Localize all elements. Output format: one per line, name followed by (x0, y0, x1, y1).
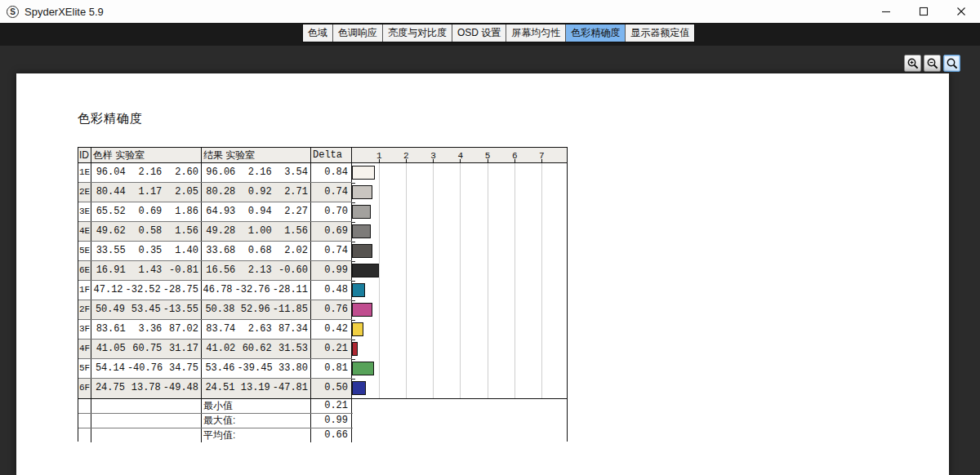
maximize-button[interactable] (905, 0, 942, 23)
delta-e-value: 0.76 (311, 300, 352, 319)
row-id: 1E (78, 163, 91, 182)
summary-empty-id (78, 399, 91, 413)
delta-e-bar (352, 185, 372, 199)
table-rows: 1E 96.042.162.60 96.062.163.54 0.84 2E 8… (78, 163, 352, 398)
row-id: 4F (78, 340, 91, 358)
zoom-in-button[interactable] (904, 55, 921, 72)
chart-gridline (379, 163, 380, 398)
tab-gamut[interactable]: 色域 (303, 24, 332, 42)
sample-lab-values: 83.613.3687.02 (91, 320, 202, 339)
axis-tick-mark (379, 159, 380, 162)
delta-e-bar (352, 322, 363, 336)
row-id: 2E (78, 183, 91, 202)
sample-lab-values: 24.7513.78-49.48 (91, 379, 202, 398)
report-page: 色彩精确度 ID 色样 实验室 结果 实验室 Delta E 1234567 1… (16, 73, 949, 475)
delta-e-value: 0.21 (311, 340, 352, 358)
delta-e-value: 0.70 (311, 202, 352, 221)
summary-value: 0.66 (311, 428, 352, 442)
summary-empty-sample (91, 414, 202, 428)
result-lab-values: 83.742.6387.34 (202, 320, 311, 339)
result-lab-values: 53.46-39.4533.80 (202, 359, 311, 378)
row-id: 1F (78, 281, 91, 300)
sample-lab-values: 96.042.162.60 (91, 163, 202, 182)
result-lab-values: 80.280.922.71 (202, 183, 311, 202)
table-row: 5F 54.14-40.7634.75 53.46-39.4533.80 0.8… (78, 359, 352, 379)
row-id: 2F (78, 300, 91, 319)
sample-lab-values: 50.4953.45-13.55 (91, 300, 202, 319)
delta-e-value: 0.74 (311, 242, 352, 260)
tab-screen-uniformity[interactable]: 屏幕均匀性 (506, 24, 565, 42)
app-window: S SpyderXElite 5.9 色域色 (0, 0, 980, 475)
delta-e-bar (352, 224, 371, 238)
sample-lab-values: 47.12-32.52-28.75 (91, 281, 202, 300)
sample-lab-values: 54.14-40.7634.75 (91, 359, 202, 378)
table-row: 6E 16.911.43-0.81 16.562.13-0.60 0.99 (78, 261, 352, 281)
result-lab-values: 49.281.001.56 (202, 222, 311, 241)
result-lab-values: 64.930.942.27 (202, 202, 311, 221)
row-divider-stub (352, 222, 355, 223)
table-row: 1F 47.12-32.52-28.75 46.78-32.76-28.11 0… (78, 281, 352, 300)
table-header-row: ID 色样 实验室 结果 实验室 Delta E 1234567 (78, 148, 567, 163)
result-lab-values: 46.78-32.76-28.11 (202, 281, 311, 300)
result-lab-values: 41.0260.6231.53 (202, 340, 311, 358)
axis-tick-mark (433, 159, 434, 162)
tab-osd-settings[interactable]: OSD 设置 (452, 24, 506, 42)
spyder-logo-icon: S (7, 6, 19, 18)
zoom-in-icon (906, 57, 920, 70)
zoom-tool-button[interactable] (943, 55, 960, 72)
delta-e-value: 0.42 (311, 320, 352, 339)
delta-e-value: 0.74 (311, 183, 352, 202)
sample-lab-values: 80.441.172.05 (91, 183, 202, 202)
tab-color-accuracy[interactable]: 色彩精确度 (565, 24, 625, 42)
delta-e-bar-chart (352, 163, 567, 398)
summary-empty-id (78, 414, 91, 428)
minimize-button[interactable] (867, 0, 905, 23)
row-id: 4E (78, 222, 91, 241)
tab-monitor-ratings[interactable]: 显示器额定值 (625, 24, 694, 42)
summary-value: 0.21 (311, 399, 352, 413)
summary-row: 最小值 0.21 (78, 399, 353, 414)
result-lab-values: 24.5113.19-47.81 (202, 379, 311, 398)
summary-label: 平均值: (202, 428, 311, 442)
chart-gridline (488, 163, 488, 398)
chart-gridline (460, 163, 461, 398)
delta-e-value: 0.50 (311, 379, 352, 398)
tab-tone-response[interactable]: 色调响应 (332, 24, 382, 42)
axis-tick-mark (488, 159, 488, 162)
row-divider-stub (352, 379, 355, 380)
chart-axis: 1234567 (352, 148, 567, 162)
result-lab-values: 50.3852.96-11.85 (202, 300, 311, 319)
table-row: 6F 24.7513.78-49.48 24.5113.19-47.81 0.5… (78, 379, 352, 398)
summary-value: 0.99 (311, 414, 352, 428)
result-lab-values: 16.562.13-0.60 (202, 261, 311, 280)
axis-tick-mark (460, 159, 461, 162)
delta-e-bar (352, 166, 375, 180)
row-id: 5F (78, 359, 91, 378)
delta-e-bar (352, 362, 374, 375)
delta-e-bar (352, 205, 371, 219)
sample-lab-values: 33.550.351.40 (91, 242, 202, 260)
delta-e-bar (352, 264, 379, 277)
row-divider-stub (352, 261, 355, 262)
zoom-tool-icon (946, 57, 959, 70)
close-button[interactable] (942, 0, 980, 23)
summary-label: 最小值 (202, 399, 311, 413)
window-title: SpyderXElite 5.9 (24, 6, 104, 18)
table-row: 3E 65.520.691.86 64.930.942.27 0.70 (78, 202, 352, 222)
zoom-out-button[interactable] (924, 55, 941, 72)
delta-e-value: 0.84 (311, 163, 352, 182)
table-row: 3F 83.613.3687.02 83.742.6387.34 0.42 (78, 320, 352, 340)
header-result-lab: 结果 实验室 (202, 148, 311, 162)
summary-row: 最大值: 0.99 (78, 414, 353, 428)
header-sample-lab: 色样 实验室 (91, 148, 202, 162)
row-divider-stub (352, 281, 355, 282)
sample-lab-values: 65.520.691.86 (91, 202, 202, 221)
zoom-toolbar (902, 55, 960, 72)
chart-gridline (433, 163, 434, 398)
delta-e-value: 0.69 (311, 222, 352, 241)
tab-brightness-contrast[interactable]: 亮度与对比度 (382, 24, 452, 42)
delta-e-value: 0.48 (311, 281, 352, 300)
row-divider-stub (352, 340, 355, 340)
close-icon (956, 7, 966, 16)
row-id: 6E (78, 261, 91, 280)
